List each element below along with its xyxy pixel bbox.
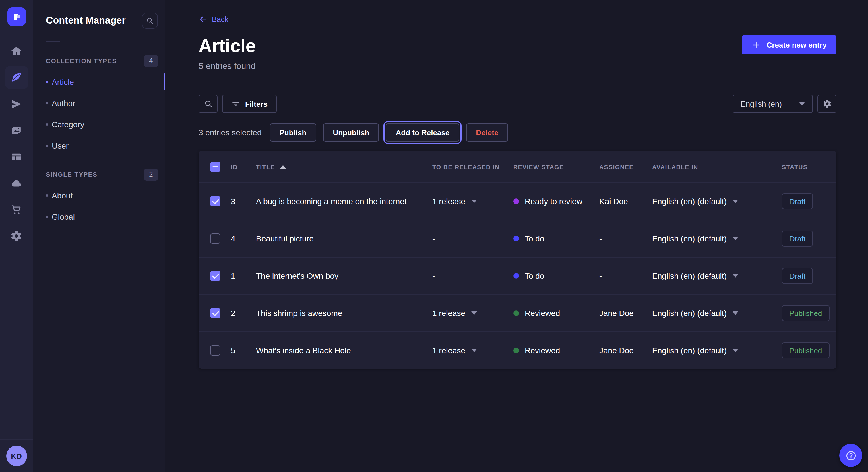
locale-cell[interactable]: English (en) (default) (652, 308, 782, 318)
locale-cell[interactable]: English (en) (default) (652, 197, 782, 206)
header-cell-release: TO BE RELEASED IN (432, 163, 513, 170)
help-button[interactable] (839, 444, 862, 467)
user-avatar[interactable]: KD (6, 446, 27, 466)
main-nav-rail: KD (0, 0, 33, 472)
cell-assignee: - (599, 234, 652, 243)
header-cell-stage: REVIEW STAGE (513, 163, 599, 170)
content-type-builder-icon[interactable] (5, 145, 28, 168)
sidebar-item-global[interactable]: Global (33, 206, 165, 227)
cell-title: This shrimp is awesome (256, 308, 432, 318)
single-types-count: 2 (144, 168, 158, 180)
strapi-logo[interactable] (7, 7, 26, 26)
section-label: COLLECTION TYPES (46, 57, 117, 64)
chevron-down-icon (799, 102, 805, 105)
bullet-icon (46, 123, 48, 125)
bullet-icon (46, 102, 48, 104)
status-badge: Published (782, 342, 830, 359)
deploy-cloud-icon[interactable] (5, 171, 28, 194)
locale-select[interactable]: English (en) (733, 95, 813, 113)
single-types-section: SINGLE TYPES 2 About Global (33, 167, 165, 227)
delete-button[interactable]: Delete (466, 123, 508, 142)
back-link[interactable]: Back (198, 15, 228, 24)
section-label: SINGLE TYPES (46, 171, 97, 178)
unpublish-button[interactable]: Unpublish (323, 123, 379, 142)
content-manager-icon[interactable] (5, 66, 28, 89)
status-badge: Published (782, 305, 830, 321)
sidebar-item-category[interactable]: Category (33, 113, 165, 135)
table-row[interactable]: 1 The internet's Own boy - To do - Engli… (198, 257, 836, 294)
cell-review-stage: To do (513, 271, 599, 280)
locale-cell[interactable]: English (en) (default) (652, 271, 782, 280)
sidebar-search-button[interactable] (142, 12, 158, 29)
plus-icon (751, 40, 761, 49)
locale-cell[interactable]: English (en) (default) (652, 234, 782, 243)
release-caret (471, 200, 477, 203)
main-content: Back Article Create new entry 5 entries … (165, 0, 868, 472)
table-row[interactable]: 4 Beautiful picture - To do - English (e… (198, 220, 836, 257)
select-all-checkbox[interactable] (210, 162, 220, 172)
table-row[interactable]: 3 A bug is becoming a meme on the intern… (198, 182, 836, 220)
publish-button[interactable]: Publish (270, 123, 316, 142)
sidebar-rule (46, 41, 60, 42)
cell-assignee: Jane Doe (599, 346, 652, 355)
review-stage-dot (513, 273, 519, 279)
marketplace-cart-icon[interactable] (5, 198, 28, 221)
table-row[interactable]: 5 What's inside a Black Hole 1 release R… (198, 332, 836, 369)
row-checkbox[interactable] (210, 271, 220, 281)
gear-icon (823, 99, 832, 108)
chevron-down-icon (733, 349, 738, 352)
cell-id: 4 (231, 234, 256, 243)
collection-types-section: COLLECTION TYPES 4 Article Author Catego… (33, 54, 165, 156)
sidebar-item-article[interactable]: Article (33, 71, 165, 92)
table-search-button[interactable] (198, 95, 218, 113)
cell-id: 3 (231, 197, 256, 206)
table-row[interactable]: 2 This shrimp is awesome 1 release Revie… (198, 294, 836, 332)
content-manager-sidebar: Content Manager COLLECTION TYPES 4 Artic… (33, 0, 165, 472)
header-cell-id[interactable]: ID (231, 163, 256, 170)
row-checkbox[interactable] (210, 196, 220, 206)
release-cell[interactable]: - (432, 234, 513, 243)
row-checkbox[interactable] (210, 345, 220, 356)
filters-button[interactable]: Filters (222, 95, 277, 113)
sidebar-item-label: Category (52, 120, 84, 129)
status-badge: Draft (782, 268, 813, 284)
sidebar-item-user[interactable]: User (33, 135, 165, 156)
header-cell-title[interactable]: TITLE (256, 163, 432, 170)
app-root: KD Content Manager COLLECTION TYPES 4 Ar… (0, 0, 868, 472)
cell-title: What's inside a Black Hole (256, 346, 432, 355)
create-new-entry-button[interactable]: Create new entry (742, 35, 836, 55)
locale-cell[interactable]: English (en) (default) (652, 346, 782, 355)
toolbar: Filters English (en) (198, 95, 836, 113)
rail-nav (5, 33, 28, 247)
settings-gear-icon[interactable] (5, 224, 28, 247)
row-checkbox[interactable] (210, 308, 220, 318)
entries-table: ID TITLE TO BE RELEASED IN REVIEW STAGE … (198, 151, 836, 369)
review-stage-dot (513, 236, 519, 241)
release-cell[interactable]: 1 release (432, 346, 513, 355)
sidebar-title: Content Manager (46, 15, 126, 26)
add-to-release-button[interactable]: Add to Release (386, 123, 459, 142)
home-icon[interactable] (5, 40, 28, 63)
releases-icon[interactable] (5, 92, 28, 115)
release-cell[interactable]: 1 release (432, 308, 513, 318)
release-cell[interactable]: 1 release (432, 197, 513, 206)
header-cell-assignee: ASSIGNEE (599, 163, 652, 170)
question-circle-icon (845, 449, 857, 461)
sidebar-item-label: Author (52, 98, 75, 107)
search-icon (204, 99, 213, 108)
row-checkbox[interactable] (210, 233, 220, 244)
media-library-icon[interactable] (5, 119, 28, 142)
bullet-icon (46, 144, 48, 146)
bullet-icon (46, 215, 48, 217)
strapi-logo-icon (12, 12, 21, 21)
locale-value: English (en) (741, 100, 782, 108)
sidebar-item-about[interactable]: About (33, 185, 165, 206)
status-badge: Draft (782, 231, 813, 247)
sidebar-item-label: User (52, 141, 69, 150)
release-cell[interactable]: - (432, 271, 513, 280)
cell-assignee: Jane Doe (599, 308, 652, 318)
sidebar-item-author[interactable]: Author (33, 92, 165, 113)
filter-icon (231, 100, 240, 108)
view-settings-button[interactable] (817, 95, 836, 113)
sort-ascending-icon (280, 165, 286, 168)
